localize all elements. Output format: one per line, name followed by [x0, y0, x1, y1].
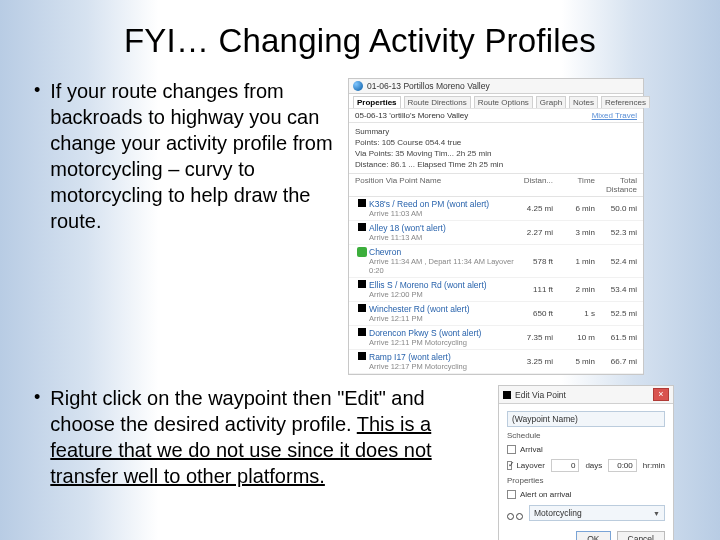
- flag-icon: [358, 352, 366, 360]
- col-time: Time: [561, 176, 595, 194]
- tab-route-options[interactable]: Route Options: [474, 96, 533, 108]
- route-date-name: 05-06-13 'ortillo's Moreno Valley: [355, 111, 468, 120]
- tab-graph[interactable]: Graph: [536, 96, 566, 108]
- row-value: 650 ft: [519, 309, 553, 318]
- globe-icon: [353, 81, 363, 91]
- row-name: Ramp I17 (wont alert): [369, 352, 519, 362]
- row-time: Arrive 12:11 PM Motorcycling: [369, 338, 519, 347]
- screenshot-edit-via-point: Edit Via Point × (Waypoint Name) Schedul…: [498, 385, 674, 540]
- layover-label: Layover: [516, 461, 544, 470]
- row-value: 1 s: [561, 309, 595, 318]
- tab-properties[interactable]: Properties: [353, 96, 401, 108]
- layover-hrmin-unit: hr:min: [643, 461, 665, 470]
- col-position-name: Position Via Point Name: [355, 176, 519, 194]
- row-name: Dorencon Pkwy S (wont alert): [369, 328, 519, 338]
- bullet-2-text: Right click on the waypoint then "Edit" …: [50, 385, 484, 489]
- row-value: 61.5 mi: [603, 333, 637, 342]
- row-value: 1 min: [561, 257, 595, 266]
- motorcycle-icon: [507, 506, 523, 520]
- row-time: Arrive 12:00 PM: [369, 290, 519, 299]
- flag-icon: [358, 328, 366, 336]
- gas-icon: [357, 247, 367, 257]
- waypoint-name-field[interactable]: (Waypoint Name): [507, 411, 665, 427]
- row-value: 5 min: [561, 357, 595, 366]
- tab-route-directions[interactable]: Route Directions: [404, 96, 471, 108]
- flag-icon: [503, 391, 511, 399]
- layover-hrmin-field[interactable]: 0:00: [608, 459, 636, 472]
- row-value: 7.35 mi: [519, 333, 553, 342]
- arrival-label: Arrival: [520, 445, 543, 454]
- row-name: Ellis S / Moreno Rd (wont alert): [369, 280, 519, 290]
- row-value: 3.25 mi: [519, 357, 553, 366]
- row-value: 3 min: [561, 228, 595, 237]
- table-row[interactable]: K38's / Reed on PM (wont alert)Arrive 11…: [349, 197, 643, 221]
- window-titlebar: 01-06-13 Portillos Moreno Valley: [349, 79, 643, 94]
- row-value: 52.5 mi: [603, 309, 637, 318]
- summary-line-1: Points: 105 Course 054.4 true: [355, 137, 637, 148]
- row-time: Arrive 12:17 PM Motorcycling: [369, 362, 519, 371]
- travel-mode-link[interactable]: Mixed Travel: [592, 111, 637, 120]
- row-value: 66.7 mi: [603, 357, 637, 366]
- row-value: 111 ft: [519, 285, 553, 294]
- row-value: 4.25 mi: [519, 204, 553, 213]
- summary-line-2: Via Points: 35 Moving Tim... 2h 25 min: [355, 148, 637, 159]
- row-value: 6 min: [561, 204, 595, 213]
- window-title-text: 01-06-13 Portillos Moreno Valley: [367, 81, 490, 91]
- table-row[interactable]: Winchester Rd (wont alert)Arrive 12:11 P…: [349, 302, 643, 326]
- col-total-distance: Total Distance: [603, 176, 637, 194]
- row-name: Alley 18 (won't alert): [369, 223, 519, 233]
- bullet-dot: •: [34, 78, 40, 102]
- summary-block: Summary Points: 105 Course 054.4 true Vi…: [349, 123, 643, 174]
- row-value: 52.3 mi: [603, 228, 637, 237]
- alert-label: Alert on arrival: [520, 490, 572, 499]
- layover-days-unit: days: [585, 461, 602, 470]
- flag-icon: [358, 223, 366, 231]
- row-value: 52.4 mi: [603, 257, 637, 266]
- tab-notes[interactable]: Notes: [569, 96, 598, 108]
- slide-title: FYI… Changing Activity Profiles: [34, 22, 686, 60]
- row-value: 53.4 mi: [603, 285, 637, 294]
- cancel-button[interactable]: Cancel: [617, 531, 665, 540]
- arrival-checkbox[interactable]: [507, 445, 516, 454]
- dialog-titlebar: Edit Via Point ×: [499, 386, 673, 404]
- row-time: Arrive 12:11 PM: [369, 314, 519, 323]
- flag-icon: [358, 199, 366, 207]
- row-time: Arrive 11:13 AM: [369, 233, 519, 242]
- row-value: 2 min: [561, 285, 595, 294]
- row-time: Arrive 11:34 AM , Depart 11:34 AM Layove…: [369, 257, 519, 275]
- row-time: Arrive 11:03 AM: [369, 209, 519, 218]
- summary-line-3: Distance: 86.1 ... Elapsed Time 2h 25 mi…: [355, 159, 637, 170]
- table-row[interactable]: Ramp I17 (wont alert)Arrive 12:17 PM Mot…: [349, 350, 643, 374]
- activity-value: Motorcycling: [534, 508, 582, 518]
- col-distance: Distan...: [519, 176, 553, 194]
- bullet-1-text: If your route changes from backroads to …: [50, 78, 334, 234]
- ok-button[interactable]: OK: [576, 531, 610, 540]
- row-value: 10 m: [561, 333, 595, 342]
- tab-references[interactable]: References: [601, 96, 650, 108]
- table-row[interactable]: Ellis S / Moreno Rd (wont alert)Arrive 1…: [349, 278, 643, 302]
- dialog-title: Edit Via Point: [515, 390, 566, 400]
- screenshot-route-properties: 01-06-13 Portillos Moreno Valley Propert…: [348, 78, 644, 375]
- row-name: Chevron: [369, 247, 519, 257]
- bullet-dot: •: [34, 385, 40, 409]
- table-row[interactable]: Alley 18 (won't alert)Arrive 11:13 AM2.2…: [349, 221, 643, 245]
- row-value: 2.27 mi: [519, 228, 553, 237]
- flag-icon: [358, 304, 366, 312]
- row-value: 578 ft: [519, 257, 553, 266]
- flag-icon: [358, 280, 366, 288]
- schedule-label: Schedule: [507, 431, 665, 440]
- activity-dropdown[interactable]: Motorcycling ▼: [529, 505, 665, 521]
- chevron-down-icon: ▼: [653, 510, 660, 517]
- summary-label: Summary: [355, 126, 637, 137]
- table-header: Position Via Point Name Distan... Time T…: [349, 174, 643, 197]
- row-value: 50.0 mi: [603, 204, 637, 213]
- table-row[interactable]: ChevronArrive 11:34 AM , Depart 11:34 AM…: [349, 245, 643, 278]
- row-name: Winchester Rd (wont alert): [369, 304, 519, 314]
- close-icon[interactable]: ×: [653, 388, 669, 401]
- layover-days-field[interactable]: 0: [551, 459, 579, 472]
- alert-checkbox[interactable]: [507, 490, 516, 499]
- properties-label: Properties: [507, 476, 665, 485]
- table-row[interactable]: Dorencon Pkwy S (wont alert)Arrive 12:11…: [349, 326, 643, 350]
- layover-checkbox[interactable]: [507, 461, 512, 470]
- tab-bar: Properties Route Directions Route Option…: [349, 94, 643, 108]
